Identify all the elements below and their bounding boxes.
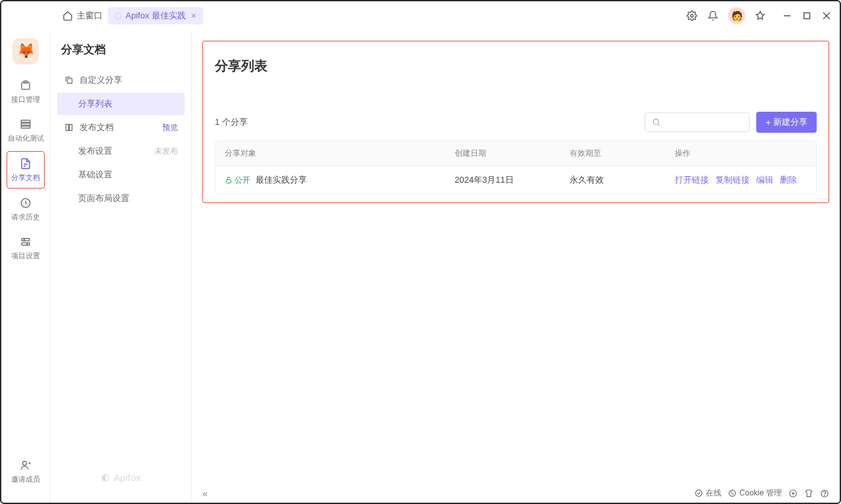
search-input[interactable]: [645, 112, 750, 132]
svg-point-17: [23, 461, 27, 465]
svg-point-32: [825, 495, 825, 495]
plus-icon: +: [765, 118, 771, 127]
brand-icon: ◐: [101, 471, 110, 483]
created-date: 2024年3月11日: [455, 174, 570, 186]
svg-rect-13: [22, 239, 30, 241]
nav-share-list[interactable]: 分享列表: [57, 93, 185, 115]
count-label: 1 个分享: [215, 116, 248, 128]
layers-icon: [19, 118, 32, 131]
visibility-text: 公开: [235, 175, 250, 186]
page-title: 分享列表: [215, 57, 817, 75]
svg-line-22: [658, 124, 660, 126]
share-table: 分享对象 创建日期 有效期至 操作 公开 最佳实践分享: [215, 141, 817, 195]
action-delete[interactable]: 删除: [780, 174, 797, 186]
share-doc-icon: [19, 157, 32, 170]
home-label: 主窗口: [77, 10, 102, 22]
rail-label: 分享文档: [11, 173, 40, 183]
svg-point-16: [27, 244, 28, 245]
svg-point-27: [733, 493, 733, 494]
th-actions: 操作: [675, 148, 807, 159]
svg-point-21: [654, 119, 659, 124]
new-share-button[interactable]: + 新建分享: [756, 112, 817, 133]
user-plus-icon: [19, 459, 32, 472]
collapse-icon[interactable]: «: [202, 488, 206, 499]
home-link[interactable]: 主窗口: [62, 10, 102, 22]
nav-label: 发布文档: [80, 122, 114, 133]
rail-share-doc[interactable]: 分享文档: [7, 151, 45, 189]
status-shirt[interactable]: [804, 489, 813, 498]
nav-label: 发布设置: [78, 145, 112, 157]
rail-label: 接口管理: [11, 95, 40, 104]
rail-label: 请求历史: [11, 212, 40, 222]
sidebar: 分享文档 自定义分享 分享列表 发布文档 预览 发布设置 未发布: [51, 30, 192, 503]
svg-rect-8: [21, 124, 30, 126]
th-expires: 有效期至: [570, 148, 675, 159]
svg-rect-2: [804, 12, 810, 18]
svg-rect-23: [227, 180, 231, 183]
rail-history[interactable]: 请求历史: [7, 191, 45, 227]
button-label: 新建分享: [773, 116, 807, 128]
cookie-icon: [728, 489, 737, 497]
avatar[interactable]: 🧑: [728, 7, 745, 24]
tab-dot-icon: ◌: [114, 11, 122, 20]
action-copy[interactable]: 复制链接: [716, 174, 750, 186]
box-icon: [19, 79, 32, 92]
nav-label: 页面布局设置: [78, 193, 129, 204]
tab-label: Apifox 最佳实践: [125, 10, 186, 22]
minimize-icon[interactable]: [782, 11, 792, 21]
status-online[interactable]: 在线: [694, 488, 721, 499]
close-icon[interactable]: ×: [191, 11, 196, 21]
share-name: 最佳实践分享: [256, 174, 307, 186]
copy-icon: [64, 75, 74, 85]
nav-basic-settings[interactable]: 基础设置: [57, 164, 185, 186]
nav-layout-settings[interactable]: 页面布局设置: [57, 187, 185, 210]
preview-link[interactable]: 预览: [162, 122, 178, 133]
close-window-icon[interactable]: [821, 11, 832, 21]
action-open[interactable]: 打开链接: [675, 174, 709, 186]
th-created: 创建日期: [455, 148, 570, 159]
table-row: 公开 最佳实践分享 2024年3月11日 永久有效 打开链接 复制链接 编辑 删…: [216, 166, 816, 194]
visibility-badge: 公开: [225, 175, 250, 186]
svg-rect-20: [68, 79, 72, 83]
rail-api-management[interactable]: 接口管理: [7, 74, 45, 110]
search-icon: [652, 118, 661, 127]
sliders-icon: [19, 235, 32, 248]
nav-publish-doc[interactable]: 发布文档 预览: [57, 116, 185, 139]
expire-date: 永久有效: [570, 174, 675, 186]
pin-icon[interactable]: [754, 10, 766, 22]
nav-label: 自定义分享: [80, 74, 122, 86]
action-edit[interactable]: 编辑: [756, 174, 773, 186]
main: 分享列表 1 个分享 + 新建分享 分享对象 创建日期 有效期至: [192, 30, 840, 503]
gear-icon[interactable]: [686, 10, 698, 22]
maximize-icon[interactable]: [802, 11, 812, 21]
brand-footer: ◐ Apifox: [57, 471, 185, 491]
svg-point-25: [729, 490, 736, 497]
svg-point-15: [24, 239, 25, 241]
brand-name: Apifox: [114, 472, 141, 483]
sidebar-title: 分享文档: [57, 42, 185, 57]
status-cookie[interactable]: Cookie 管理: [728, 488, 782, 499]
nav-publish-settings[interactable]: 发布设置 未发布: [57, 140, 185, 162]
svg-rect-5: [22, 83, 30, 90]
tab-apifox[interactable]: ◌ Apifox 最佳实践 ×: [108, 7, 203, 24]
svg-rect-7: [21, 120, 30, 122]
status-help[interactable]: [820, 489, 829, 498]
rail-settings[interactable]: 项目设置: [7, 230, 45, 266]
bell-icon[interactable]: [707, 10, 719, 22]
th-object: 分享对象: [225, 148, 455, 159]
app-logo[interactable]: 🦊: [12, 38, 39, 64]
svg-point-26: [731, 492, 732, 493]
check-circle-icon: [694, 489, 703, 497]
rail: 🦊 接口管理 自动化测试 分享文档 请求历史 项目设置: [1, 30, 51, 503]
status-online-label: 在线: [706, 488, 721, 499]
nav-label: 基础设置: [78, 169, 112, 181]
unlock-icon: [225, 176, 233, 184]
rail-automation[interactable]: 自动化测试: [7, 112, 45, 149]
svg-rect-14: [22, 243, 30, 246]
rail-invite[interactable]: 邀请成员: [7, 453, 45, 490]
svg-point-24: [696, 490, 702, 497]
rail-label: 项目设置: [11, 251, 40, 261]
status-add[interactable]: [788, 489, 798, 498]
nav-custom-share[interactable]: 自定义分享: [57, 69, 185, 91]
home-icon: [62, 10, 74, 22]
